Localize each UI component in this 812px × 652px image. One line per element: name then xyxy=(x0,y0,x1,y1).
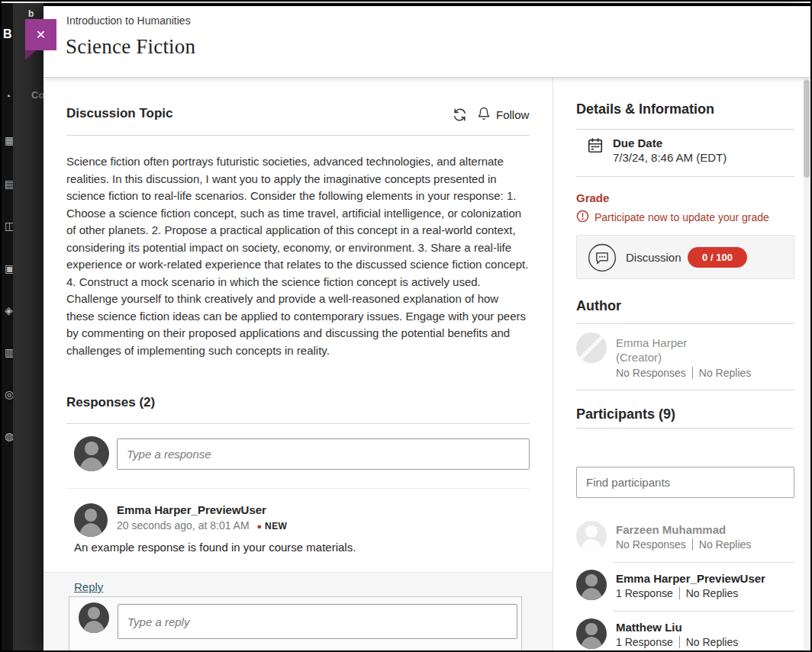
response-input[interactable] xyxy=(117,438,530,470)
nav-strip-icon: ◈ xyxy=(5,304,13,316)
follow-button[interactable]: Follow xyxy=(477,107,529,123)
divider xyxy=(576,428,794,429)
participants-heading: Participants (9) xyxy=(576,406,675,422)
divider xyxy=(576,129,794,130)
participant-avatar xyxy=(576,618,607,649)
participant-avatar xyxy=(576,570,607,600)
follow-label: Follow xyxy=(496,108,529,121)
content-details-divider xyxy=(553,78,553,650)
nav-strip-icon: ◫ xyxy=(5,220,13,232)
reply-compose-box xyxy=(69,596,522,650)
discussion-topic-heading: Discussion Topic xyxy=(66,106,173,121)
author-name: Emma Harper xyxy=(616,336,687,349)
bell-icon xyxy=(477,107,491,123)
scrollbar-thumb[interactable] xyxy=(804,80,810,178)
participant-stats: 1 ResponseNo Replies xyxy=(616,636,738,648)
participant-name: Matthew Liu xyxy=(616,621,682,634)
page-title: Science Fiction xyxy=(66,35,195,59)
details-heading: Details & Information xyxy=(576,101,714,117)
grade-label: Grade xyxy=(576,191,609,204)
participant-name: Farzeen Muhammad xyxy=(616,523,726,536)
response-author-name: Emma Harper_PreviewUser xyxy=(117,503,266,516)
participant-replies-count: No Replies xyxy=(679,636,738,648)
author-responses-count: No Responses xyxy=(616,367,686,379)
reply-link[interactable]: Reply xyxy=(74,580,103,593)
refresh-icon xyxy=(453,113,467,124)
nav-strip-icon: ◎ xyxy=(5,388,13,400)
participant-stats: No ResponsesNo Replies xyxy=(616,538,751,551)
response-body-text: An example response is found in your cou… xyxy=(74,541,356,554)
nav-strip-icon: ◍ xyxy=(5,430,13,442)
reply-input[interactable] xyxy=(118,604,517,639)
window-top-edge xyxy=(2,2,810,3)
current-user-avatar xyxy=(74,436,109,471)
nav-strip-icon: ▦ xyxy=(5,134,13,146)
participant-responses-count: No Responses xyxy=(616,538,686,551)
current-user-avatar xyxy=(79,602,109,633)
response-timestamp: 20 seconds ago, at 8:01 AM xyxy=(117,519,250,532)
details-sidebar: Details & Information Due Date 7/3/24, 8… xyxy=(553,78,810,650)
dimmed-page-behind: b Co xyxy=(13,3,44,650)
participant-replies-count: No Replies xyxy=(692,538,751,551)
app-logo: B xyxy=(3,27,12,41)
new-badge: NEW xyxy=(257,521,288,532)
grade-summary-card: Discussion 0 / 100 xyxy=(576,235,794,279)
close-icon: ✕ xyxy=(36,28,46,41)
behind-text-top: b xyxy=(28,8,34,19)
author-stats: No ResponsesNo Replies xyxy=(616,367,751,379)
participant-name: Emma Harper_PreviewUser xyxy=(616,572,765,585)
response-author-avatar xyxy=(74,503,108,537)
refresh-button[interactable] xyxy=(453,108,467,124)
nav-strip-icon: ◔ xyxy=(5,90,11,102)
author-avatar xyxy=(576,332,607,363)
grade-item-label: Discussion xyxy=(626,251,682,264)
due-date-label: Due Date xyxy=(613,137,662,149)
divider xyxy=(613,611,794,612)
discussion-main: Discussion Topic Follow Science fiction … xyxy=(44,78,553,650)
divider xyxy=(613,562,794,563)
left-nav-strip: B ◔ ▦ ▤ ◫ ▣ ◈ ▥ ◎ ◍ xyxy=(2,3,13,650)
responses-heading: Responses (2) xyxy=(66,395,155,410)
author-heading: Author xyxy=(576,298,621,314)
divider xyxy=(66,423,530,424)
breadcrumb-course-name: Introduction to Humanities xyxy=(66,14,191,27)
participant-stats: 1 ResponseNo Replies xyxy=(616,587,738,599)
divider xyxy=(576,390,794,390)
participant-replies-count: No Replies xyxy=(679,587,738,599)
response-meta: 20 seconds ago, at 8:01 AMNEW xyxy=(117,519,287,532)
due-date-value: 7/3/24, 8:46 AM (EDT) xyxy=(613,151,727,164)
participant-responses-count: 1 Response xyxy=(616,587,673,599)
grade-alert-text: Participate now to update your grade xyxy=(594,211,769,223)
grade-score-pill: 0 / 100 xyxy=(688,247,747,268)
close-button[interactable]: ✕ xyxy=(25,19,56,50)
behind-text-course-tab: Co xyxy=(31,89,44,101)
alert-circle-icon xyxy=(576,210,589,225)
discussion-chat-icon xyxy=(588,243,617,275)
nav-strip-icon: ▥ xyxy=(5,346,13,358)
author-role: (Creator) xyxy=(616,351,662,364)
nav-strip-icon: ▤ xyxy=(5,178,13,190)
participant-responses-count: 1 Response xyxy=(616,636,673,648)
discussion-topic-text: Science fiction often portrays futuristi… xyxy=(66,153,530,359)
divider xyxy=(66,135,530,136)
divider xyxy=(66,488,530,489)
discussion-panel: Introduction to Humanities Science Ficti… xyxy=(44,6,810,650)
author-replies-count: No Replies xyxy=(692,367,751,379)
reply-section: Reply xyxy=(44,572,553,650)
divider xyxy=(576,176,794,177)
participant-avatar xyxy=(576,521,607,551)
nav-strip-icon: ▣ xyxy=(5,262,13,275)
find-participants-input[interactable] xyxy=(576,467,794,498)
divider xyxy=(576,323,794,324)
calendar-icon xyxy=(587,137,604,157)
panel-header: Introduction to Humanities Science Ficti… xyxy=(44,6,810,78)
grade-alert: Participate now to update your grade xyxy=(576,210,769,225)
